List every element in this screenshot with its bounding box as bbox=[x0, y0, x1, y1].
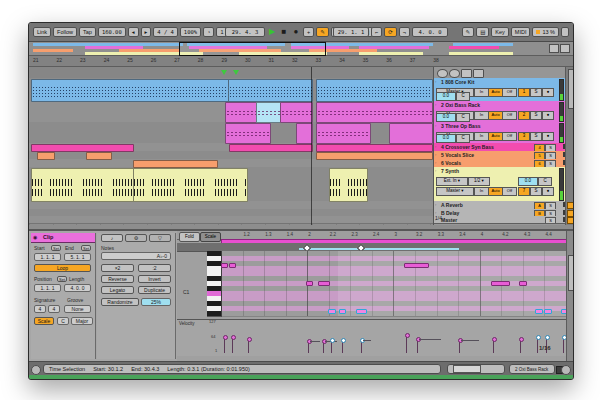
editor-vertical-scrollbar[interactable] bbox=[566, 231, 574, 361]
metronome-button[interactable]: ◔ bbox=[203, 27, 214, 37]
arrangement-clip[interactable] bbox=[256, 102, 281, 123]
tempo-follow-button[interactable]: Follow bbox=[53, 27, 77, 37]
midi-note[interactable] bbox=[328, 309, 336, 314]
piano-key[interactable] bbox=[207, 311, 222, 317]
track-channel-select[interactable]: 1/2 ▾ bbox=[468, 177, 490, 186]
track-activator-button[interactable]: 2 bbox=[518, 111, 530, 120]
nudge-up-button[interactable]: ▸ bbox=[141, 27, 152, 37]
hdd-overload-indicator[interactable] bbox=[561, 27, 569, 37]
solo-button[interactable]: S bbox=[530, 111, 542, 120]
groove-amount-field[interactable]: 100% bbox=[180, 27, 201, 37]
midi-note[interactable] bbox=[519, 281, 527, 286]
clip-scale-name-select[interactable]: Major bbox=[71, 317, 93, 325]
clip-length-value[interactable]: 4. 0. 0 bbox=[64, 284, 91, 292]
monitor-off-button[interactable]: Off bbox=[502, 111, 517, 120]
track-volume-display[interactable]: 0.0 bbox=[436, 92, 456, 101]
velocity-ramp-line[interactable] bbox=[363, 340, 371, 341]
velocity-head[interactable] bbox=[341, 338, 346, 343]
midi-note[interactable] bbox=[544, 309, 552, 314]
tab-tools[interactable]: ⚙ bbox=[125, 234, 147, 242]
midi-note[interactable] bbox=[221, 263, 228, 268]
detail-view-toggle[interactable] bbox=[561, 365, 571, 375]
locator-marker[interactable] bbox=[221, 70, 227, 75]
monitor-in-button[interactable]: In bbox=[474, 132, 489, 141]
velocity-head[interactable] bbox=[492, 337, 497, 342]
locator-marker[interactable] bbox=[233, 70, 239, 75]
automation-mode-button[interactable] bbox=[461, 69, 472, 78]
zoom-display-handle[interactable] bbox=[453, 365, 481, 373]
arrangement-clip[interactable] bbox=[86, 152, 112, 160]
monitor-in-button[interactable]: In bbox=[474, 88, 489, 97]
tap-tempo-button[interactable]: Tap bbox=[79, 27, 96, 37]
track-header[interactable]: ◦7 SynthExt. In ▾1/2 ▾Master ▾InAutoOff7… bbox=[434, 167, 566, 202]
track-fold-icon[interactable]: ◦ bbox=[435, 79, 436, 84]
arrangement-clip[interactable] bbox=[225, 123, 271, 144]
track-output-select[interactable]: Master ▾ bbox=[436, 187, 474, 196]
track-volume-display[interactable]: 0.0 bbox=[436, 113, 456, 122]
clip-start-set-button[interactable]: Set bbox=[51, 245, 61, 251]
midi-note[interactable] bbox=[535, 309, 543, 314]
track-lane[interactable] bbox=[29, 216, 433, 224]
arrangement-clip[interactable] bbox=[389, 123, 433, 144]
track-fold-icon[interactable]: ◦ bbox=[435, 152, 436, 157]
clip-end-set-button[interactable]: Set bbox=[81, 245, 91, 251]
track-activator-button[interactable]: 3 bbox=[518, 132, 530, 141]
tempo-field[interactable]: 160.00 bbox=[98, 27, 126, 37]
stop-button[interactable]: ■ bbox=[279, 27, 289, 37]
vertical-scrollbar[interactable] bbox=[568, 69, 574, 109]
arrangement-overview[interactable] bbox=[29, 42, 573, 56]
velocity-head[interactable] bbox=[330, 338, 335, 343]
beat-time-ruler[interactable]: 212223242526272829303132333435363738 bbox=[29, 56, 573, 67]
arrangement-clip[interactable] bbox=[225, 102, 257, 123]
key-map-button[interactable]: Key bbox=[491, 27, 508, 37]
monitor-off-button[interactable]: Off bbox=[502, 132, 517, 141]
track-pan-display[interactable]: C bbox=[456, 134, 470, 143]
track-header[interactable]: ◦3 Three Op BassMaster ▾InAutoOff3S●0.0C bbox=[434, 122, 566, 144]
arrangement-clip[interactable] bbox=[228, 79, 313, 102]
arrangement-clip[interactable] bbox=[316, 144, 433, 152]
arrangement-clip[interactable] bbox=[316, 123, 371, 144]
midi-map-button[interactable]: MIDI bbox=[511, 27, 531, 37]
arm-button[interactable]: ● bbox=[542, 187, 554, 196]
midi-note[interactable] bbox=[306, 281, 313, 286]
arrangement-clip[interactable] bbox=[133, 160, 218, 168]
velocity-ramp-line[interactable] bbox=[419, 339, 441, 340]
solo-button[interactable]: S bbox=[530, 88, 542, 97]
clip-scale-toggle[interactable]: Scale bbox=[34, 317, 54, 325]
track-input-select[interactable]: Ext. In ▾ bbox=[436, 177, 468, 186]
monitor-off-button[interactable]: Off bbox=[502, 88, 517, 97]
midi-note[interactable] bbox=[229, 263, 236, 268]
play-button[interactable]: ▶ bbox=[267, 27, 277, 37]
loop-length-field[interactable]: 4. 0. 0 bbox=[412, 27, 448, 37]
arrangement-clip[interactable] bbox=[133, 168, 248, 202]
arrangement-position-counter[interactable]: 29. 4. 3 bbox=[225, 27, 265, 37]
clip-activator-icon[interactable]: ◉ bbox=[33, 234, 37, 240]
clip-position-set-button[interactable]: Set bbox=[57, 276, 67, 282]
velocity-head[interactable] bbox=[223, 335, 228, 340]
mixer-toggle[interactable] bbox=[473, 69, 484, 78]
clip-groove-select[interactable]: None bbox=[64, 305, 91, 313]
monitor-in-button[interactable]: In bbox=[474, 111, 489, 120]
track-pan-display[interactable]: C bbox=[456, 92, 470, 101]
track-returns-toggle[interactable] bbox=[449, 69, 460, 78]
track-header[interactable]: ◦MasterS bbox=[434, 216, 566, 224]
velocity-head[interactable] bbox=[247, 337, 252, 342]
arrangement-view-toggle[interactable] bbox=[549, 44, 559, 53]
track-fold-icon[interactable]: ◦ bbox=[435, 123, 436, 128]
arrangement-clip[interactable] bbox=[316, 79, 433, 102]
arrangement-clip[interactable] bbox=[31, 79, 229, 102]
transpose-field[interactable]: A♭-0 bbox=[101, 252, 171, 260]
arrangement-clip[interactable] bbox=[31, 144, 134, 152]
legato-button[interactable]: Legato bbox=[101, 286, 134, 294]
midi-note[interactable] bbox=[356, 309, 367, 314]
session-view-toggle[interactable] bbox=[560, 44, 570, 53]
arrangement-clip[interactable] bbox=[37, 152, 55, 160]
monitor-auto-button[interactable]: Auto bbox=[488, 88, 503, 97]
monitor-auto-button[interactable]: Auto bbox=[488, 187, 503, 196]
overdub-button[interactable]: + bbox=[303, 27, 314, 37]
velocity-ramp-line[interactable] bbox=[461, 340, 479, 341]
track-volume-display[interactable]: 0.0 bbox=[436, 134, 456, 143]
time-signature-field[interactable]: 4 / 4 bbox=[153, 27, 178, 37]
track-pan-field[interactable]: C bbox=[538, 177, 552, 186]
clip-end-value[interactable]: 5. 1. 1 bbox=[64, 253, 91, 261]
